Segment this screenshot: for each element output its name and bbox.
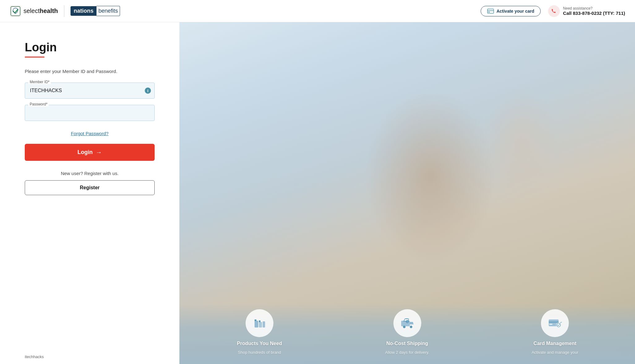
forgot-password-link[interactable]: Forgot Password? [71, 131, 109, 136]
member-id-label: Member ID* [28, 80, 51, 84]
assistance-label: Need assistance? [563, 6, 625, 11]
phone-icon [551, 8, 557, 14]
register-button[interactable]: Register [25, 180, 155, 195]
feature-card-card-management: Card Management Activate and manage your [487, 309, 623, 355]
products-desc: Shop hundreds of brand [238, 350, 281, 355]
svg-rect-3 [487, 10, 494, 11]
svg-rect-6 [259, 322, 262, 328]
password-input[interactable] [25, 105, 155, 121]
member-id-input[interactable] [25, 83, 155, 99]
svg-rect-9 [259, 320, 260, 322]
svg-rect-5 [255, 321, 258, 328]
products-icon-circle [246, 309, 273, 337]
page-header: selecthealth nations benefits Activate y… [0, 0, 635, 22]
assistance-section: Need assistance? Call 833-878-0232 (TTY:… [548, 5, 625, 17]
login-arrow-icon: → [96, 149, 102, 156]
svg-rect-4 [488, 12, 490, 12]
selecthealth-icon [10, 6, 21, 17]
feature-card-shipping: No-Cost Shipping Allow 2 days for delive… [340, 309, 475, 355]
nations-benefits-logo: nations benefits [71, 6, 120, 16]
register-section: New user? Register with us. Register [25, 171, 155, 195]
title-underline [25, 57, 45, 58]
new-user-label: New user? Register with us. [61, 171, 119, 176]
password-group: Password* [25, 105, 155, 121]
svg-rect-15 [549, 321, 559, 323]
login-panel: Login Please enter your Member ID and Pa… [0, 22, 179, 364]
password-label: Password* [28, 102, 49, 106]
feature-cards: Products You Need Shop hundreds of brand [179, 303, 635, 364]
assistance-info: Need assistance? Call 833-878-0232 (TTY:… [563, 6, 625, 16]
forgot-password-container: Forgot Password? [25, 131, 155, 136]
shipping-icon-circle [393, 309, 421, 337]
credit-card-icon [487, 9, 494, 14]
card-mgmt-icon-circle [541, 309, 569, 337]
shipping-icon [399, 315, 415, 331]
card-management-icon [547, 315, 563, 331]
card-mgmt-title: Card Management [534, 341, 577, 346]
logo-divider [64, 5, 64, 17]
header-actions: Activate your card Need assistance? Call… [481, 5, 625, 17]
products-icon [252, 316, 267, 331]
member-id-group: Member ID* i [25, 83, 155, 99]
svg-rect-16 [549, 324, 552, 325]
selecthealth-text: selecthealth [24, 7, 58, 15]
svg-rect-8 [255, 319, 256, 321]
svg-point-11 [403, 326, 405, 328]
phone-icon-circle [548, 5, 560, 17]
hero-panel: Products You Need Shop hundreds of brand [179, 22, 635, 364]
header-logos: selecthealth nations benefits [10, 5, 120, 17]
card-mgmt-desc: Activate and manage your [532, 350, 578, 355]
main-layout: Login Please enter your Member ID and Pa… [0, 22, 635, 364]
svg-point-12 [410, 326, 412, 328]
login-button[interactable]: Login → [25, 144, 155, 161]
login-title: Login [25, 41, 155, 54]
info-icon[interactable]: i [145, 88, 151, 94]
svg-rect-7 [263, 321, 265, 328]
shipping-title: No-Cost Shipping [386, 341, 428, 346]
shipping-desc: Allow 2 days for delivery. [385, 350, 429, 355]
feature-card-products: Products You Need Shop hundreds of brand [192, 309, 327, 355]
selecthealth-logo: selecthealth [10, 6, 58, 17]
footer-text: itechhacks [25, 354, 44, 359]
assistance-number: Call 833-878-0232 (TTY: 711) [563, 11, 625, 16]
products-title: Products You Need [237, 341, 282, 346]
login-subtitle: Please enter your Member ID and Password… [25, 69, 155, 74]
activate-card-button[interactable]: Activate your card [481, 6, 541, 16]
